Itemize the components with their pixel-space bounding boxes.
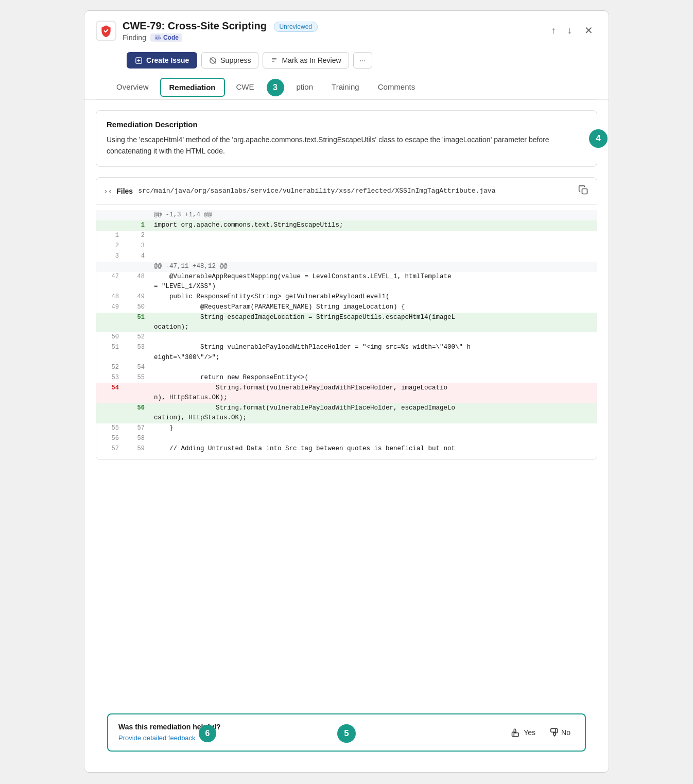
feedback-link[interactable]: Provide detailed feedback (118, 734, 196, 742)
files-section: › ‹ Files src/main/java/org/sasanlabs/se… (96, 177, 597, 460)
finding-row: Finding </> Code (123, 33, 318, 42)
tabs-container: Overview Remediation CWE 3 ption (96, 76, 597, 99)
svg-text:</>: </> (155, 36, 161, 40)
step-3-label: 3 (273, 83, 278, 92)
step-6-label: 6 (205, 729, 210, 738)
tab-comments[interactable]: Comments (369, 76, 425, 98)
tab-comments-label: Comments (378, 82, 415, 91)
code-line: 53 55 return new ResponseEntity<>( (96, 373, 597, 383)
step-4-badge-wrap: 4 (589, 129, 608, 148)
code-line: 1 import org.apache.commons.text.StringE… (96, 220, 597, 231)
tab-cwe-label: CWE (236, 82, 254, 91)
page-title: CWE-79: Cross-Site Scripting Unreviewed (123, 20, 318, 32)
copy-icon[interactable] (578, 185, 588, 197)
content-area: Remediation Description Using the 'escap… (84, 100, 609, 705)
files-chevron-icon[interactable]: › ‹ (105, 187, 111, 195)
code-line: 55 57 } (96, 423, 597, 434)
toolbar: Create Issue Suppress Mark as In Review … (96, 46, 597, 76)
navigate-up-button[interactable]: ↑ (548, 23, 559, 38)
more-options-label: ··· (360, 56, 366, 64)
shield-icon (96, 21, 116, 41)
code-badge: </> Code (150, 33, 182, 42)
svg-rect-4 (582, 189, 587, 194)
tab-remediation[interactable]: Remediation (160, 78, 225, 97)
remediation-desc-wrapper: Remediation Description Using the 'escap… (96, 110, 597, 167)
status-badge: Unreviewed (274, 22, 318, 32)
header: CWE-79: Cross-Site Scripting Unreviewed … (84, 11, 609, 100)
step-6-badge: 6 (199, 725, 216, 742)
navigate-down-button[interactable]: ↓ (564, 23, 575, 38)
step-4-label: 4 (596, 133, 600, 144)
header-title-row: CWE-79: Cross-Site Scripting Unreviewed … (96, 20, 318, 42)
yes-label: Yes (524, 728, 535, 737)
create-issue-button[interactable]: Create Issue (127, 52, 197, 69)
finding-label: Finding (123, 33, 146, 42)
step-4-badge: 4 (589, 129, 608, 148)
no-label: No (561, 728, 570, 737)
code-line: 51 53 String vulnerablePayloadWithPlaceH… (96, 343, 597, 363)
more-options-button[interactable]: ··· (353, 52, 373, 69)
code-line: 56 58 (96, 434, 597, 444)
main-panel: CWE-79: Cross-Site Scripting Unreviewed … (84, 10, 609, 773)
code-line: 47 48 @VulnerableAppRequestMapping(value… (96, 272, 597, 292)
code-line: 1 2 (96, 231, 597, 241)
thumbs-down-button[interactable]: No (545, 726, 575, 739)
suppress-button[interactable]: Suppress (201, 52, 258, 69)
code-label: Code (163, 34, 179, 41)
suppress-label: Suppress (220, 56, 251, 64)
code-line: 56 String.format(vulnerablePayloadWithPl… (96, 403, 597, 423)
code-diff: @@ -1,3 +1,4 @@ 1 import org.apache.comm… (96, 205, 597, 459)
remediation-heading: Remediation Description (107, 120, 586, 129)
code-line: @@ -1,3 +1,4 @@ (96, 210, 597, 220)
mark-as-in-review-label: Mark as In Review (282, 56, 341, 64)
close-button[interactable]: ✕ (580, 22, 597, 39)
code-line: 3 4 (96, 251, 597, 262)
tab-remediation-label: Remediation (169, 83, 216, 92)
code-line: 51 String escapedImageLocation = StringE… (96, 313, 597, 333)
title-text: CWE-79: Cross-Site Scripting (123, 20, 267, 31)
tab-training[interactable]: Training (322, 76, 369, 98)
remediation-text: Using the 'escapeHtml4' method of the 'o… (107, 134, 586, 157)
code-line: 57 59 // Adding Untrusted Data into Src … (96, 444, 597, 454)
feedback-right: Yes No (507, 726, 575, 739)
code-line: 49 50 @RequestParam(PARAMETER_NAME) Stri… (96, 302, 597, 313)
feedback-footer-wrap: 5 Was this remediation helpful? Provide … (96, 705, 597, 762)
cwe-tab-wrap: CWE 3 ption (227, 76, 323, 98)
step-3-badge: 3 (267, 79, 284, 96)
files-header: › ‹ Files src/main/java/org/sasanlabs/se… (96, 178, 597, 205)
step-5-badge-wrap: 5 (337, 724, 356, 743)
code-line: 52 54 (96, 363, 597, 373)
step-5-label: 5 (344, 728, 349, 739)
code-line: 54 String.format(vulnerablePayloadWithPl… (96, 383, 597, 403)
tabs: Overview Remediation CWE 3 ption (96, 76, 436, 99)
mark-as-in-review-button[interactable]: Mark as In Review (263, 52, 349, 69)
code-line: 50 52 (96, 332, 597, 343)
files-label: Files (116, 187, 133, 195)
tab-overview[interactable]: Overview (107, 76, 158, 98)
code-line: 48 49 public ResponseEntity<String> getV… (96, 292, 597, 302)
code-line: 2 3 (96, 241, 597, 251)
tab-overview-label: Overview (116, 82, 149, 91)
step-5-badge: 5 (337, 724, 356, 743)
title-area: CWE-79: Cross-Site Scripting Unreviewed … (123, 20, 318, 42)
header-top: CWE-79: Cross-Site Scripting Unreviewed … (96, 20, 597, 42)
tab-training-label: Training (332, 82, 359, 91)
feedback-left: Was this remediation helpful? Provide de… (118, 723, 221, 742)
tab-cwe[interactable]: CWE (227, 76, 269, 98)
thumbs-up-button[interactable]: Yes (507, 726, 540, 739)
code-line: @@ -47,11 +48,12 @@ (96, 262, 597, 272)
tab-description-label: ption (297, 82, 314, 91)
header-actions-right: ↑ ↓ ✕ (548, 20, 597, 39)
tab-description[interactable]: ption (287, 76, 323, 98)
remediation-description-box: Remediation Description Using the 'escap… (96, 110, 597, 167)
create-issue-label: Create Issue (146, 56, 189, 64)
files-path: src/main/java/org/sasanlabs/service/vuln… (138, 187, 495, 195)
